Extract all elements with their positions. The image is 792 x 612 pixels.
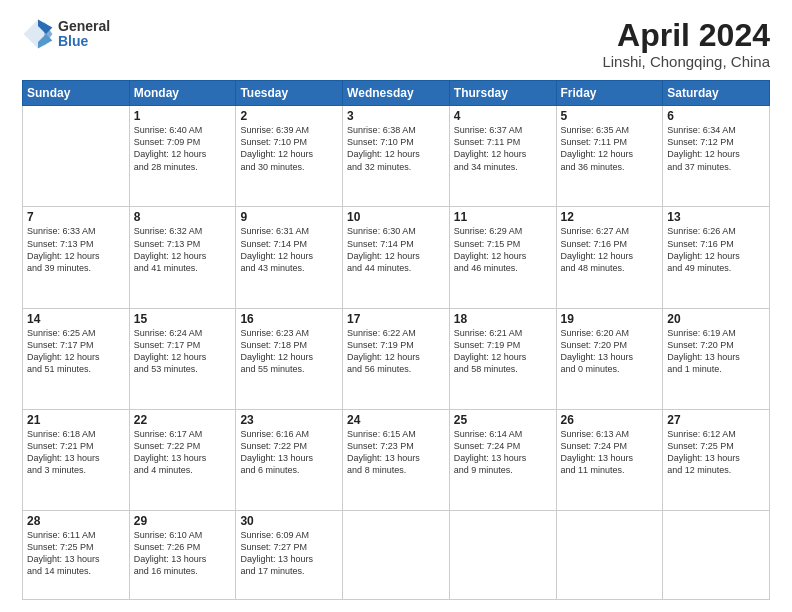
day-cell: 10Sunrise: 6:30 AM Sunset: 7:14 PM Dayli… [343,207,450,308]
day-cell [23,106,130,207]
day-number: 16 [240,312,338,326]
day-info: Sunrise: 6:40 AM Sunset: 7:09 PM Dayligh… [134,124,232,173]
day-number: 18 [454,312,552,326]
day-number: 29 [134,514,232,528]
day-cell: 11Sunrise: 6:29 AM Sunset: 7:15 PM Dayli… [449,207,556,308]
day-number: 3 [347,109,445,123]
day-cell: 29Sunrise: 6:10 AM Sunset: 7:26 PM Dayli… [129,511,236,600]
day-cell [663,511,770,600]
day-cell: 26Sunrise: 6:13 AM Sunset: 7:24 PM Dayli… [556,409,663,510]
day-cell: 25Sunrise: 6:14 AM Sunset: 7:24 PM Dayli… [449,409,556,510]
day-number: 21 [27,413,125,427]
logo-blue: Blue [58,34,110,49]
day-cell: 14Sunrise: 6:25 AM Sunset: 7:17 PM Dayli… [23,308,130,409]
day-info: Sunrise: 6:34 AM Sunset: 7:12 PM Dayligh… [667,124,765,173]
day-number: 10 [347,210,445,224]
day-info: Sunrise: 6:23 AM Sunset: 7:18 PM Dayligh… [240,327,338,376]
day-number: 13 [667,210,765,224]
day-number: 25 [454,413,552,427]
logo-general: General [58,19,110,34]
day-cell: 12Sunrise: 6:27 AM Sunset: 7:16 PM Dayli… [556,207,663,308]
day-cell: 19Sunrise: 6:20 AM Sunset: 7:20 PM Dayli… [556,308,663,409]
page: General Blue April 2024 Linshi, Chongqin… [0,0,792,612]
day-number: 11 [454,210,552,224]
week-row-4: 28Sunrise: 6:11 AM Sunset: 7:25 PM Dayli… [23,511,770,600]
day-cell: 6Sunrise: 6:34 AM Sunset: 7:12 PM Daylig… [663,106,770,207]
day-cell: 16Sunrise: 6:23 AM Sunset: 7:18 PM Dayli… [236,308,343,409]
day-cell: 30Sunrise: 6:09 AM Sunset: 7:27 PM Dayli… [236,511,343,600]
day-number: 5 [561,109,659,123]
day-info: Sunrise: 6:09 AM Sunset: 7:27 PM Dayligh… [240,529,338,578]
day-cell: 18Sunrise: 6:21 AM Sunset: 7:19 PM Dayli… [449,308,556,409]
day-info: Sunrise: 6:31 AM Sunset: 7:14 PM Dayligh… [240,225,338,274]
day-number: 14 [27,312,125,326]
day-cell: 28Sunrise: 6:11 AM Sunset: 7:25 PM Dayli… [23,511,130,600]
day-cell: 5Sunrise: 6:35 AM Sunset: 7:11 PM Daylig… [556,106,663,207]
logo-text: General Blue [58,19,110,50]
day-number: 1 [134,109,232,123]
day-info: Sunrise: 6:27 AM Sunset: 7:16 PM Dayligh… [561,225,659,274]
day-number: 15 [134,312,232,326]
day-info: Sunrise: 6:17 AM Sunset: 7:22 PM Dayligh… [134,428,232,477]
calendar-table: SundayMondayTuesdayWednesdayThursdayFrid… [22,80,770,600]
day-info: Sunrise: 6:12 AM Sunset: 7:25 PM Dayligh… [667,428,765,477]
day-number: 6 [667,109,765,123]
day-number: 7 [27,210,125,224]
day-cell: 23Sunrise: 6:16 AM Sunset: 7:22 PM Dayli… [236,409,343,510]
weekday-header-row: SundayMondayTuesdayWednesdayThursdayFrid… [23,81,770,106]
day-info: Sunrise: 6:11 AM Sunset: 7:25 PM Dayligh… [27,529,125,578]
day-cell: 1Sunrise: 6:40 AM Sunset: 7:09 PM Daylig… [129,106,236,207]
day-cell: 13Sunrise: 6:26 AM Sunset: 7:16 PM Dayli… [663,207,770,308]
day-info: Sunrise: 6:19 AM Sunset: 7:20 PM Dayligh… [667,327,765,376]
logo-icon [22,18,54,50]
weekday-wednesday: Wednesday [343,81,450,106]
day-info: Sunrise: 6:13 AM Sunset: 7:24 PM Dayligh… [561,428,659,477]
day-cell: 17Sunrise: 6:22 AM Sunset: 7:19 PM Dayli… [343,308,450,409]
title-month: April 2024 [602,18,770,53]
day-info: Sunrise: 6:21 AM Sunset: 7:19 PM Dayligh… [454,327,552,376]
day-cell: 20Sunrise: 6:19 AM Sunset: 7:20 PM Dayli… [663,308,770,409]
day-cell: 27Sunrise: 6:12 AM Sunset: 7:25 PM Dayli… [663,409,770,510]
day-number: 30 [240,514,338,528]
day-info: Sunrise: 6:24 AM Sunset: 7:17 PM Dayligh… [134,327,232,376]
day-cell: 4Sunrise: 6:37 AM Sunset: 7:11 PM Daylig… [449,106,556,207]
day-cell [449,511,556,600]
weekday-monday: Monday [129,81,236,106]
day-number: 26 [561,413,659,427]
day-info: Sunrise: 6:26 AM Sunset: 7:16 PM Dayligh… [667,225,765,274]
day-info: Sunrise: 6:33 AM Sunset: 7:13 PM Dayligh… [27,225,125,274]
title-section: April 2024 Linshi, Chongqing, China [602,18,770,70]
day-number: 2 [240,109,338,123]
day-cell [556,511,663,600]
week-row-3: 21Sunrise: 6:18 AM Sunset: 7:21 PM Dayli… [23,409,770,510]
title-location: Linshi, Chongqing, China [602,53,770,70]
day-cell: 24Sunrise: 6:15 AM Sunset: 7:23 PM Dayli… [343,409,450,510]
day-cell: 8Sunrise: 6:32 AM Sunset: 7:13 PM Daylig… [129,207,236,308]
day-info: Sunrise: 6:16 AM Sunset: 7:22 PM Dayligh… [240,428,338,477]
day-number: 24 [347,413,445,427]
day-info: Sunrise: 6:29 AM Sunset: 7:15 PM Dayligh… [454,225,552,274]
day-info: Sunrise: 6:22 AM Sunset: 7:19 PM Dayligh… [347,327,445,376]
day-info: Sunrise: 6:18 AM Sunset: 7:21 PM Dayligh… [27,428,125,477]
day-number: 19 [561,312,659,326]
day-number: 27 [667,413,765,427]
day-info: Sunrise: 6:30 AM Sunset: 7:14 PM Dayligh… [347,225,445,274]
day-cell [343,511,450,600]
weekday-saturday: Saturday [663,81,770,106]
weekday-thursday: Thursday [449,81,556,106]
weekday-tuesday: Tuesday [236,81,343,106]
day-number: 17 [347,312,445,326]
day-number: 8 [134,210,232,224]
week-row-0: 1Sunrise: 6:40 AM Sunset: 7:09 PM Daylig… [23,106,770,207]
day-info: Sunrise: 6:38 AM Sunset: 7:10 PM Dayligh… [347,124,445,173]
weekday-sunday: Sunday [23,81,130,106]
day-number: 12 [561,210,659,224]
day-cell: 21Sunrise: 6:18 AM Sunset: 7:21 PM Dayli… [23,409,130,510]
day-cell: 15Sunrise: 6:24 AM Sunset: 7:17 PM Dayli… [129,308,236,409]
day-number: 23 [240,413,338,427]
day-info: Sunrise: 6:14 AM Sunset: 7:24 PM Dayligh… [454,428,552,477]
week-row-1: 7Sunrise: 6:33 AM Sunset: 7:13 PM Daylig… [23,207,770,308]
day-number: 9 [240,210,338,224]
week-row-2: 14Sunrise: 6:25 AM Sunset: 7:17 PM Dayli… [23,308,770,409]
day-cell: 2Sunrise: 6:39 AM Sunset: 7:10 PM Daylig… [236,106,343,207]
